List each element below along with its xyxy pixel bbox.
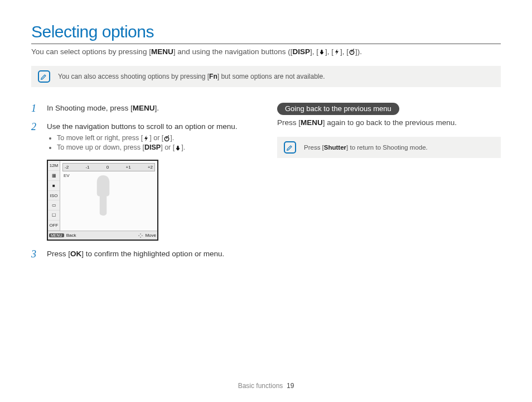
step-1-body: In Shooting mode, press [MENU]. xyxy=(47,103,159,114)
step-2-bullets: To move left or right, press [] or []. T… xyxy=(47,134,237,151)
top-note-box: You can also access shooting options by … xyxy=(31,66,501,87)
lcd-ic-3: ISO xyxy=(48,191,60,201)
lcd-ic-4: ▭ xyxy=(48,200,60,210)
intro-post: ]). xyxy=(355,47,362,56)
ev-0: 0 xyxy=(107,165,109,170)
section-pill: Going back to the previous menu xyxy=(277,103,399,115)
person-silhouette-icon xyxy=(89,164,117,214)
bullet-ud: To move up or down, press [DISP] or []. xyxy=(57,143,237,151)
move-icon xyxy=(138,233,143,238)
ev-scale: -2 -1 0 +1 +2 xyxy=(62,163,155,171)
lcd-ic-0: 12M xyxy=(48,161,60,171)
r-pre: Press [ xyxy=(277,118,301,127)
step-2-num: 2 xyxy=(31,121,41,153)
right-column: Going back to the previous menu Press [M… xyxy=(277,103,501,267)
lcd-move-label: Move xyxy=(145,233,156,238)
sep2: ], [ xyxy=(325,47,333,56)
b1-mid: ] or [ xyxy=(149,134,163,142)
lcd-ic-1: ▦ xyxy=(48,171,60,181)
s1-btn: MENU xyxy=(133,104,155,112)
b2-mid: ] or [ xyxy=(161,143,175,151)
step-1: 1 In Shooting mode, press [MENU]. xyxy=(31,103,255,114)
camera-lcd-mock: 12M ▦ ■ ISO ▭ ☐ OFF -2 -1 0 xyxy=(47,160,158,241)
ev-m2: -2 xyxy=(65,165,69,170)
right-note-box: Press [Shutter] to return to Shooting mo… xyxy=(277,137,501,158)
bullet-lr: To move left or right, press [] or []. xyxy=(57,134,237,142)
lcd-footer: MENU Back Move xyxy=(48,231,157,240)
r-btn: MENU xyxy=(301,118,323,127)
menu-label: MENU xyxy=(151,47,173,56)
lcd-back-btn: MENU xyxy=(49,233,64,237)
lcd-ic-6: OFF xyxy=(48,221,60,231)
intro-pre: You can select options by pressing [ xyxy=(31,47,151,56)
flash-icon xyxy=(333,49,340,55)
sep3: ], [ xyxy=(340,47,349,56)
top-note-text: You can also access shooting options by … xyxy=(58,73,325,80)
step-3-num: 3 xyxy=(31,248,41,260)
rn-btn: Shutter xyxy=(324,144,346,151)
footer-section: Basic functions xyxy=(238,382,283,390)
note-pre: You can also access shooting options by … xyxy=(58,73,209,80)
left-column: 1 In Shooting mode, press [MENU]. 2 Use … xyxy=(31,103,255,267)
fn-label: Fn xyxy=(209,73,217,80)
note-icon xyxy=(284,141,296,154)
content-columns: 1 In Shooting mode, press [MENU]. 2 Use … xyxy=(31,103,501,267)
intro-mid: ] and using the navigation buttons ([ xyxy=(173,47,293,56)
s3-btn: OK xyxy=(70,250,81,258)
timer-icon xyxy=(163,135,170,142)
macro-icon xyxy=(318,49,325,55)
s2-text: Use the navigation buttons to scroll to … xyxy=(47,122,237,131)
note-icon xyxy=(38,70,50,83)
lcd-body: 12M ▦ ■ ISO ▭ ☐ OFF -2 -1 0 xyxy=(48,161,157,231)
right-note-text: Press [Shutter] to return to Shooting mo… xyxy=(304,144,428,151)
s1-pre: In Shooting mode, press [ xyxy=(47,104,133,112)
footer-page: 19 xyxy=(287,382,294,390)
ev-p2: +2 xyxy=(148,165,153,170)
step-1-num: 1 xyxy=(31,103,41,114)
lcd-sidebar: 12M ▦ ■ ISO ▭ ☐ OFF xyxy=(48,161,60,231)
intro-text: You can select options by pressing [MENU… xyxy=(31,47,501,56)
disp-label: DISP xyxy=(293,47,311,56)
lcd-ic-2: ■ xyxy=(48,181,60,191)
r-post: ] again to go back to the previous menu. xyxy=(323,118,457,127)
b2-post: ]. xyxy=(181,143,185,151)
b1-post: ]. xyxy=(170,134,174,142)
step-2: 2 Use the navigation buttons to scroll t… xyxy=(31,121,255,153)
flash-icon xyxy=(143,135,149,142)
rn-pre: Press [ xyxy=(304,144,324,151)
step-3-body: Press [OK] to confirm the highlighted op… xyxy=(47,248,224,260)
lcd-ic-5: ☐ xyxy=(48,210,60,221)
s1-post: ]. xyxy=(155,104,159,112)
sep1: ], [ xyxy=(310,47,318,56)
lcd-main: -2 -1 0 +1 +2 EV xyxy=(60,161,157,231)
step-3: 3 Press [OK] to confirm the highlighted … xyxy=(31,248,255,260)
s3-pre: Press [ xyxy=(47,250,70,258)
step-2-body: Use the navigation buttons to scroll to … xyxy=(47,121,237,153)
rn-post: ] to return to Shooting mode. xyxy=(346,144,428,151)
b1-pre: To move left or right, press [ xyxy=(57,134,143,142)
macro-icon xyxy=(175,145,181,151)
b2-pre: To move up or down, press [ xyxy=(57,143,144,151)
lcd-back-label: Back xyxy=(66,233,76,238)
b2-disp: DISP xyxy=(144,143,161,151)
timer-icon xyxy=(349,49,355,55)
title-rule xyxy=(31,44,501,44)
ev-label: EV xyxy=(64,173,70,178)
page-footer: Basic functions 19 xyxy=(0,382,532,390)
ev-m1: -1 xyxy=(85,165,89,170)
page-title: Selecting options xyxy=(31,22,501,41)
right-line: Press [MENU] again to go back to the pre… xyxy=(277,118,501,127)
s3-post: ] to confirm the highlighted option or m… xyxy=(81,250,224,258)
ev-p1: +1 xyxy=(125,165,130,170)
note-post: ] but some options are not available. xyxy=(217,73,325,80)
